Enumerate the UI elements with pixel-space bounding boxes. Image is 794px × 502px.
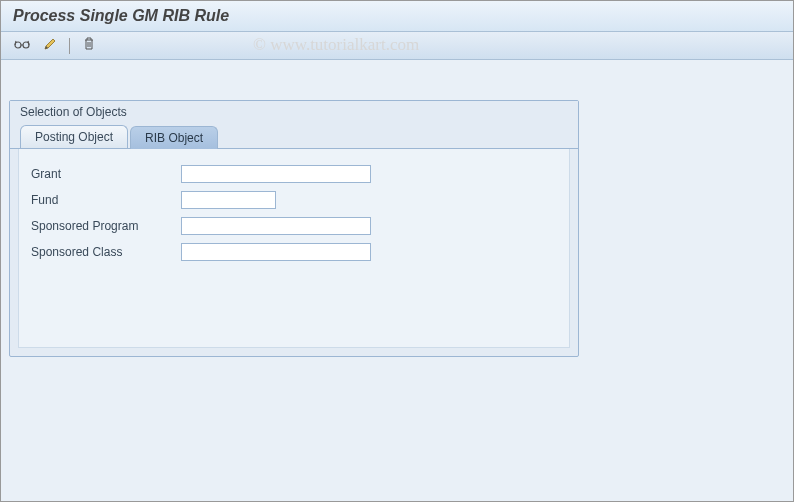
input-sponsored-class[interactable] [181,243,371,261]
form-row-sponsored-class: Sponsored Class [31,241,557,263]
trash-icon [83,37,95,54]
pencil-icon [43,37,57,54]
display-button[interactable] [11,36,33,56]
label-grant: Grant [31,167,181,181]
glasses-icon [14,38,30,53]
tab-strip: Posting Object RIB Object [10,125,578,149]
label-sponsored-class: Sponsored Class [31,245,181,259]
form-row-grant: Grant [31,163,557,185]
label-fund: Fund [31,193,181,207]
edit-button[interactable] [39,36,61,56]
panel-title: Selection of Objects [10,101,578,125]
tab-label: Posting Object [35,130,113,144]
page-title: Process Single GM RIB Rule [13,7,781,25]
tab-label: RIB Object [145,131,203,145]
form-row-fund: Fund [31,189,557,211]
tab-rib-object[interactable]: RIB Object [130,126,218,149]
label-sponsored-program: Sponsored Program [31,219,181,233]
tab-posting-object[interactable]: Posting Object [20,125,128,148]
content-area: Selection of Objects Posting Object RIB … [1,60,793,502]
title-bar: Process Single GM RIB Rule [1,1,793,32]
toolbar [1,32,793,60]
toolbar-separator [69,38,70,54]
input-fund[interactable] [181,191,276,209]
input-grant[interactable] [181,165,371,183]
form-row-sponsored-program: Sponsored Program [31,215,557,237]
selection-panel: Selection of Objects Posting Object RIB … [9,100,579,357]
input-sponsored-program[interactable] [181,217,371,235]
tab-body: Grant Fund Sponsored Program Sponsored C… [18,149,570,348]
delete-button[interactable] [78,36,100,56]
